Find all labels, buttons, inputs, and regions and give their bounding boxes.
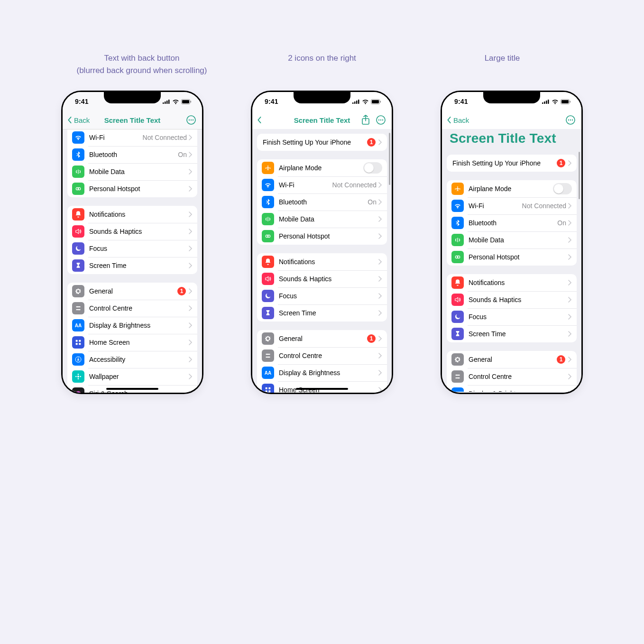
wifi-icon [451,200,464,212]
svg-point-28 [193,120,193,120]
chevron-right-icon [378,353,382,359]
more-button[interactable] [565,115,576,125]
row-label: Finish Setting Up Your iPhone [452,159,557,167]
row-display[interactable]: AADisplay & Brightness [257,364,387,381]
row-control-centre[interactable]: Control Centre [67,300,197,317]
chevron-right-icon [378,310,382,316]
chevron-right-icon [568,280,572,285]
row-screen-time[interactable]: Screen Time [67,257,197,274]
row-home-screen[interactable]: Home Screen [257,381,387,393]
caption-1: Text with back button(blurred back groun… [61,52,222,76]
notification-badge: 1 [557,355,565,364]
row-display[interactable]: AADisplay & Brightness [447,385,577,392]
antenna-icon [451,234,464,246]
back-button[interactable] [256,117,263,123]
bell-icon [72,208,84,221]
row-finish-setup[interactable]: Finish Setting Up Your iPhone 1 [447,155,577,172]
row-label: Bluetooth [469,219,557,227]
row-mobile-data[interactable]: Mobile Data [447,231,577,248]
svg-rect-54 [548,100,549,104]
chevron-right-icon [189,322,193,328]
text-size-icon: AA [451,387,464,392]
notification-badge: 1 [177,287,186,295]
row-mobile-data[interactable]: Mobile Data [67,163,197,180]
row-label: Sounds & Haptics [279,275,378,283]
row-control-centre[interactable]: Control Centre [447,368,577,385]
settings-scroll[interactable]: Finish Setting Up Your iPhone 1 Airplane… [442,150,581,392]
row-mobile-data[interactable]: Mobile Data [257,211,387,228]
text-size-icon: AA [262,367,274,379]
chevron-right-icon [189,135,193,140]
back-button[interactable]: Back [446,116,469,124]
scrollbar[interactable] [389,133,390,185]
row-notifications[interactable]: Notifications [447,274,577,291]
row-label: Bluetooth [89,151,178,158]
flower-icon [72,370,84,383]
row-screen-time[interactable]: Screen Time [257,304,387,322]
svg-point-59 [568,120,569,120]
row-bluetooth[interactable]: Bluetooth On [257,193,387,211]
status-time: 9:41 [75,98,89,105]
back-label: Back [74,116,90,124]
ellipsis-circle-icon [565,115,576,125]
row-focus[interactable]: Focus [67,240,197,257]
chevron-right-icon [378,139,382,145]
chevron-right-icon [568,297,572,303]
row-notifications[interactable]: Notifications [257,253,387,270]
row-general[interactable]: General 1 [67,283,197,300]
svg-point-13 [78,374,79,375]
row-wifi[interactable]: Wi-Fi Not Connected [257,176,387,193]
scrollbar[interactable] [579,152,580,199]
row-sounds[interactable]: Sounds & Haptics [447,291,577,308]
wifi-status-icon [362,99,369,104]
row-general[interactable]: General1 [257,330,387,347]
row-focus[interactable]: Focus [447,308,577,325]
airplane-toggle[interactable] [553,183,572,194]
row-personal-hotspot[interactable]: Personal Hotspot [67,180,197,197]
row-label: Home Screen [89,339,189,346]
row-wifi[interactable]: Wi-Fi Not Connected [67,129,197,146]
row-airplane[interactable]: Airplane Mode [447,180,577,197]
moon-icon [262,290,274,302]
svg-rect-34 [372,100,379,103]
gear-icon [451,353,464,366]
row-bluetooth[interactable]: BluetoothOn [447,214,577,231]
row-general[interactable]: General1 [447,351,577,368]
row-bluetooth[interactable]: Bluetooth On [67,146,197,163]
row-control-centre[interactable]: Control Centre [257,347,387,364]
row-sounds[interactable]: Sounds & Haptics [67,223,197,240]
back-button[interactable]: Back [66,116,90,124]
row-personal-hotspot[interactable]: Personal Hotspot [447,248,577,266]
caption-2: 2 icons on the right [241,52,403,76]
more-button[interactable] [186,115,196,125]
row-value: On [368,198,377,206]
more-button[interactable] [376,115,386,125]
chevron-right-icon [189,374,193,379]
grid-icon [262,384,274,393]
row-focus[interactable]: Focus [257,287,387,304]
row-screen-time[interactable]: Screen Time [447,325,577,342]
row-notifications[interactable]: Notifications [67,206,197,223]
settings-scroll[interactable]: Wi-Fi Not Connected Bluetooth On [63,129,202,393]
chevron-right-icon [568,331,572,337]
row-personal-hotspot[interactable]: Personal Hotspot [257,228,387,245]
row-label: Siri & Search [89,390,189,393]
row-airplane[interactable]: Airplane Mode [257,159,387,176]
row-label: Bluetooth [279,198,368,206]
row-accessibility[interactable]: Accessibility [67,351,197,368]
airplane-toggle[interactable] [363,162,382,174]
row-finish-setup[interactable]: Finish Setting Up Your iPhone 1 [257,134,387,151]
svg-point-38 [378,120,379,120]
settings-scroll[interactable]: Finish Setting Up Your iPhone 1 Airplane… [252,129,392,393]
row-home-screen[interactable]: Home Screen [67,334,197,351]
row-display[interactable]: AA Display & Brightness [67,317,197,334]
row-wifi[interactable]: Wi-FiNot Connected [447,197,577,214]
chevron-right-icon [189,391,193,393]
row-sounds[interactable]: Sounds & Haptics [257,270,387,287]
speaker-icon [451,294,464,306]
share-button[interactable] [360,115,371,125]
svg-rect-19 [165,101,166,104]
row-label: Sounds & Haptics [89,228,189,235]
row-wallpaper[interactable]: Wallpaper [67,368,197,385]
svg-rect-6 [76,340,78,342]
